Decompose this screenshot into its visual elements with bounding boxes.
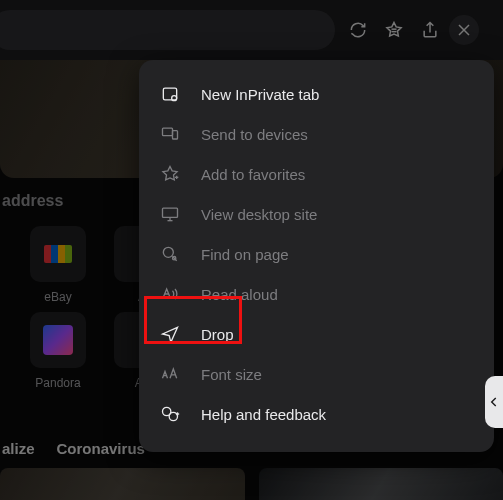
svg-rect-7 [173,131,178,139]
browser-window: address eBay A Pandora Ad alize Co [0,0,503,500]
font-size-icon [159,363,181,385]
menu-item-help-feedback[interactable]: Help and feedback [139,394,494,434]
menu-item-send-devices[interactable]: Send to devices [139,114,494,154]
menu-item-read-aloud[interactable]: Read aloud [139,274,494,314]
svg-rect-10 [163,208,178,217]
menu-item-view-desktop[interactable]: View desktop site [139,194,494,234]
inprivate-icon [159,83,181,105]
star-add-icon [159,163,181,185]
svg-rect-4 [163,88,176,100]
read-aloud-icon [159,283,181,305]
find-icon [159,243,181,265]
chevron-left-icon[interactable] [485,376,503,428]
svg-rect-6 [163,128,173,136]
menu-item-new-inprivate[interactable]: New InPrivate tab [139,74,494,114]
help-feedback-icon [159,403,181,425]
overflow-menu: New InPrivate tab Send to devices Add to… [139,60,494,452]
drop-icon [159,323,181,345]
menu-item-find-on-page[interactable]: Find on page [139,234,494,274]
menu-item-font-size[interactable]: Font size [139,354,494,394]
devices-icon [159,123,181,145]
menu-item-drop[interactable]: Drop [139,314,494,354]
menu-item-add-favorites[interactable]: Add to favorites [139,154,494,194]
svg-point-13 [163,247,173,257]
desktop-icon [159,203,181,225]
